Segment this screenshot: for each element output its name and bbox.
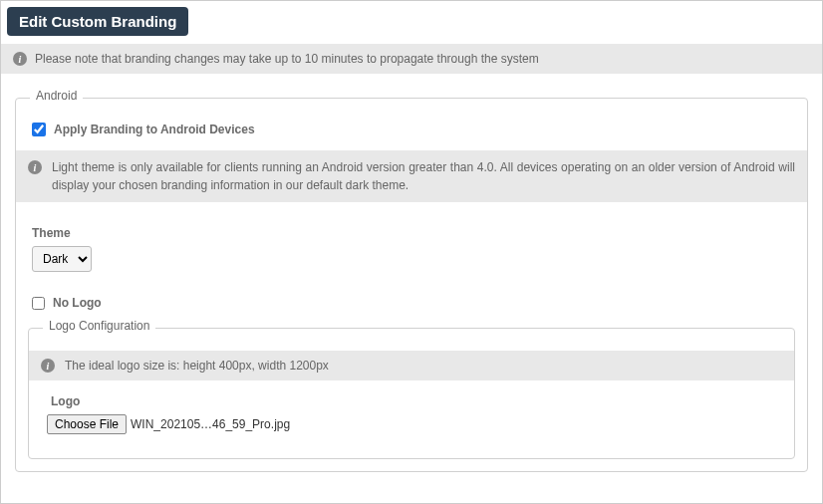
logo-size-note-text: The ideal logo size is: height 400px, wi… [65,359,329,373]
light-theme-note-banner: Light theme is only available for client… [16,150,807,202]
logo-configuration-legend: Logo Configuration [43,319,155,333]
apply-branding-label: Apply Branding to Android Devices [54,123,255,136]
theme-select[interactable]: Dark [32,246,92,272]
apply-branding-checkbox[interactable] [32,123,46,136]
no-logo-label: No Logo [53,296,102,310]
theme-label: Theme [32,226,795,240]
propagation-note-banner: Please note that branding changes may ta… [1,44,822,74]
android-fieldset: Android Apply Branding to Android Device… [15,98,808,472]
logo-configuration-fieldset: Logo Configuration The ideal logo size i… [28,328,795,459]
android-legend: Android [30,89,83,103]
info-icon [13,52,27,66]
choose-file-button[interactable]: Choose File [47,414,127,434]
filename-text: WIN_202105…46_59_Pro.jpg [131,417,290,431]
no-logo-row[interactable]: No Logo [32,296,795,310]
no-logo-checkbox[interactable] [32,297,45,310]
page-title: Edit Custom Branding [7,7,188,36]
propagation-note-text: Please note that branding changes may ta… [35,52,539,66]
file-input-row: Choose File WIN_202105…46_59_Pro.jpg [47,414,776,434]
light-theme-note-text: Light theme is only available for client… [52,158,795,194]
apply-branding-row[interactable]: Apply Branding to Android Devices [32,123,795,136]
info-icon [28,160,42,174]
logo-label: Logo [51,394,776,408]
info-icon [41,359,55,373]
logo-size-note-banner: The ideal logo size is: height 400px, wi… [29,351,794,380]
